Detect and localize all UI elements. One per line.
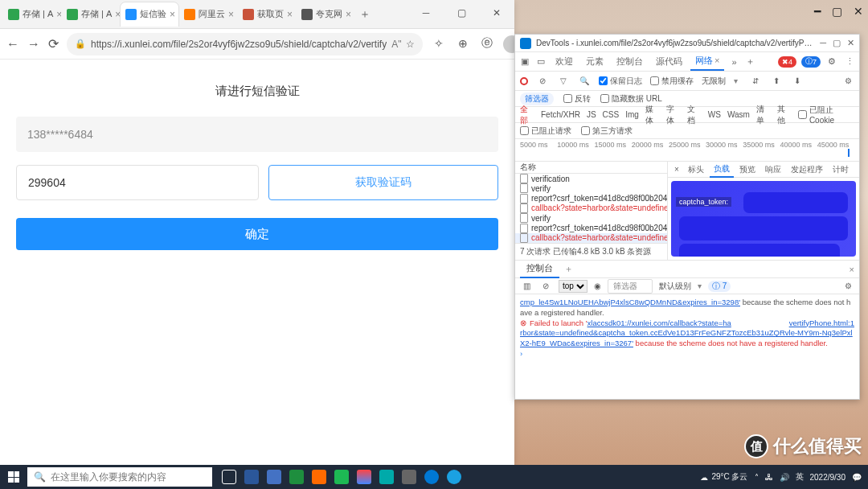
app-icon[interactable]: [376, 466, 397, 487]
detail-tab-response[interactable]: 响应: [761, 162, 785, 177]
get-code-button[interactable]: 获取验证码: [268, 165, 498, 200]
maximize-button[interactable]: ▢: [444, 0, 479, 26]
refresh-button[interactable]: ⟳: [48, 36, 59, 52]
app-icon[interactable]: [264, 466, 285, 487]
more-tabs-icon[interactable]: »: [727, 55, 740, 68]
settings-icon[interactable]: ⚙: [825, 55, 838, 68]
preserve-log-checkbox[interactable]: 保留日志: [599, 76, 642, 87]
console-warn-badge[interactable]: ⓘ 7: [708, 281, 731, 292]
minimize-button[interactable]: ─: [408, 0, 444, 26]
blocked-req-checkbox[interactable]: 已阻止请求: [520, 125, 571, 137]
favorites-icon[interactable]: ✧: [431, 35, 447, 51]
detail-tab-payload[interactable]: 负载: [710, 162, 734, 178]
app-icon[interactable]: [331, 466, 352, 487]
tab-2[interactable]: 短信验×: [121, 2, 178, 27]
request-row[interactable]: report?csrf_token=d41d8cd98f00b204e98009: [515, 194, 667, 203]
tray-network-icon[interactable]: 🖧: [765, 473, 773, 482]
request-row[interactable]: verify: [515, 213, 667, 223]
app-icon[interactable]: [241, 466, 262, 487]
filter-fetch[interactable]: Fetch/XHR: [541, 110, 580, 119]
detail-tab-headers[interactable]: 标头: [684, 162, 708, 177]
sms-code-input[interactable]: [16, 165, 259, 200]
back-button[interactable]: ←: [6, 36, 19, 52]
console-filter[interactable]: 筛选器: [608, 279, 653, 294]
tab-network[interactable]: 网络×: [690, 52, 724, 71]
confirm-button[interactable]: 确定: [16, 218, 498, 250]
maximize-button[interactable]: ▢: [833, 38, 841, 48]
sidebar-icon[interactable]: ▥: [520, 280, 533, 293]
tab-3[interactable]: 阿里云×: [179, 2, 237, 27]
drawer-add-icon[interactable]: ＋: [559, 263, 578, 275]
drawer-close-icon[interactable]: ×: [850, 265, 854, 274]
detail-tab-initiator[interactable]: 发起程序: [787, 162, 827, 177]
request-row[interactable]: report?csrf_token=d41d8cd98f00b204e98009: [515, 223, 667, 232]
app-icon[interactable]: [354, 466, 375, 487]
tray-chevron-icon[interactable]: ˄: [755, 473, 759, 482]
app-icon[interactable]: [444, 466, 465, 487]
network-timeline[interactable]: 5000 ms10000 ms15000 ms20000 ms25000 ms3…: [515, 139, 859, 162]
detail-tab-timing[interactable]: 计时: [829, 162, 853, 177]
task-view-icon[interactable]: [219, 466, 240, 487]
request-row[interactable]: callback?state=harbor&state=undefined&ca…: [515, 233, 667, 243]
disable-cache-checkbox[interactable]: 禁用缓存: [650, 76, 694, 87]
eye-icon[interactable]: ◉: [594, 281, 601, 290]
add-tab-icon[interactable]: ＋: [743, 55, 756, 68]
device-icon[interactable]: ▭: [534, 55, 547, 68]
tab-0[interactable]: 存储 | A×: [3, 2, 61, 27]
record-button[interactable]: [520, 77, 528, 85]
app-icon[interactable]: [399, 466, 420, 487]
request-row[interactable]: verification: [515, 174, 667, 183]
console-settings-icon[interactable]: ⚙: [841, 280, 854, 293]
taskbar-search[interactable]: 🔍 在这里输入你要搜索的内容: [27, 467, 212, 487]
column-name[interactable]: 名称: [515, 162, 667, 174]
app-icon[interactable]: [309, 466, 330, 487]
tray-notification-icon[interactable]: 💬: [852, 473, 862, 482]
drawer-tab-console[interactable]: 控制台: [520, 260, 559, 278]
minimize-button[interactable]: ─: [820, 38, 826, 48]
tab-sources[interactable]: 源代码: [651, 53, 687, 70]
info-badge[interactable]: ⓘ 7: [801, 56, 821, 68]
tab-5[interactable]: 夸克网×: [297, 2, 354, 27]
clear-button[interactable]: ⊘: [536, 75, 549, 88]
tray-date[interactable]: 2022/9/30: [810, 473, 846, 482]
close-icon[interactable]: ✕: [854, 5, 863, 18]
filter-img[interactable]: Img: [625, 110, 639, 119]
request-row[interactable]: verify: [515, 183, 667, 193]
close-detail-icon[interactable]: ×: [671, 165, 682, 174]
tab-elements[interactable]: 元素: [581, 53, 608, 70]
maximize-icon[interactable]: ▢: [832, 5, 842, 18]
filter-icon[interactable]: ▽: [557, 75, 570, 88]
blocked-cookie-checkbox[interactable]: 已阻止 Cookie: [798, 105, 854, 125]
settings-icon[interactable]: ⚙: [841, 75, 854, 88]
invert-checkbox[interactable]: 反转: [563, 93, 591, 105]
weather-widget[interactable]: ☁ 29°C 多云: [700, 471, 747, 483]
request-row[interactable]: callback?state=harbor&state=undefined&ca…: [515, 203, 667, 213]
filter-js[interactable]: JS: [587, 110, 596, 119]
menu-icon[interactable]: ⋮: [843, 55, 856, 68]
app-icon[interactable]: [286, 466, 307, 487]
new-tab-button[interactable]: ＋: [355, 5, 375, 24]
download-icon[interactable]: ⬇: [791, 75, 804, 88]
wifi-icon[interactable]: ⇵: [749, 75, 762, 88]
close-button[interactable]: ✕: [479, 0, 514, 26]
tray-ime-icon[interactable]: 英: [796, 471, 804, 483]
reading-mode-badge[interactable]: A": [391, 39, 401, 50]
third-party-checkbox[interactable]: 第三方请求: [581, 125, 633, 137]
upload-icon[interactable]: ⬆: [770, 75, 783, 88]
tab-console[interactable]: 控制台: [612, 53, 648, 70]
ie-mode-icon[interactable]: ⓔ: [479, 35, 495, 51]
start-button[interactable]: [0, 465, 27, 489]
detail-tab-preview[interactable]: 预览: [735, 162, 760, 177]
address-bar[interactable]: 🔒 https://i.xunlei.com/file/2s2or4vyf6jw…: [67, 33, 423, 55]
inspect-icon[interactable]: ▣: [518, 55, 531, 68]
app-icon[interactable]: [421, 466, 442, 487]
console-prompt[interactable]: ›: [520, 349, 854, 358]
close-button[interactable]: ✕: [847, 38, 854, 48]
filter-ws[interactable]: WS: [708, 110, 721, 119]
tab-1[interactable]: 存储 | A×: [62, 2, 120, 27]
collections-icon[interactable]: ⊕: [455, 35, 471, 51]
star-icon[interactable]: ☆: [406, 39, 415, 50]
search-icon[interactable]: 🔍: [578, 75, 591, 88]
filter-css[interactable]: CSS: [603, 110, 620, 119]
tab-4[interactable]: 获取页×: [238, 2, 296, 27]
